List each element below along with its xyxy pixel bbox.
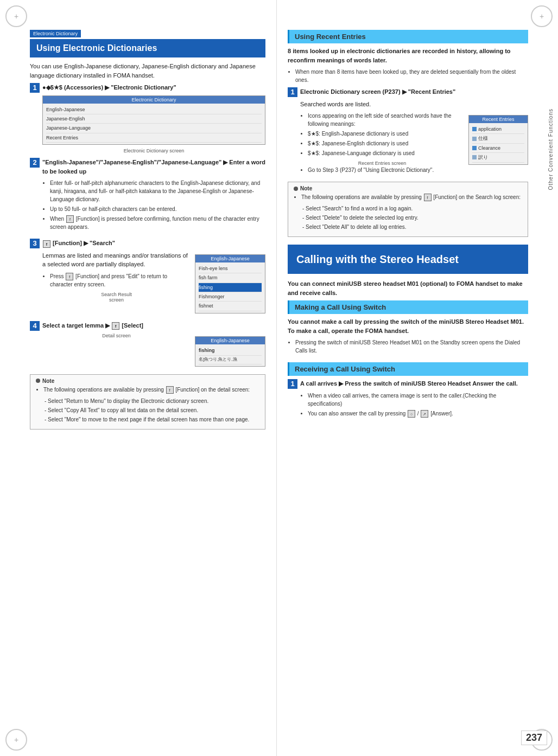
- recent-entries-title: Using Recent Entries: [288, 30, 528, 43]
- recent-note-bullets: The following operations are available b…: [294, 193, 522, 201]
- bullet-item: When f [Function] is pressed before conf…: [50, 215, 265, 231]
- recent-screenshot-header: Recent Entries: [469, 116, 528, 123]
- recent-note-dashes: Select "Search" to find a word in a log …: [294, 204, 522, 231]
- dash-item: Select "More" to move to the next page i…: [45, 415, 259, 424]
- detail-screenshot: English-Japanese fishing 名]魚つり,魚とり,漁: [195, 336, 265, 366]
- recent-entries-section: Using Recent Entries 8 items looked up i…: [288, 30, 528, 237]
- bullet-item: Go to Step 3 (P237) of "Using Electronic…: [308, 166, 528, 174]
- screenshot-header-3: English-Japanese: [195, 255, 265, 262]
- step-2-bullets: Enter full- or half-pitch alphanumeric c…: [42, 179, 265, 231]
- recent-step-1: 1 Electronic Dictionary screen (P237) ▶ …: [288, 87, 528, 177]
- page-number: 237: [521, 731, 547, 745]
- screenshot-header-1: Electronic Dictionary: [43, 96, 265, 104]
- receiving-step-1-content: A call arrives ▶ Press the switch of min…: [300, 379, 528, 421]
- intro-text: You can use English-Japanese dictionary,…: [30, 62, 265, 80]
- recent-step-1-desc: Searched words are listed.: [300, 100, 528, 109]
- note-bullet: The following operations are available b…: [301, 193, 522, 201]
- receiving-step-1: 1 A call arrives ▶ Press the switch of m…: [288, 379, 528, 421]
- screenshot-line: Japanese-English: [46, 114, 262, 124]
- screenshot-body-1: English-Japanese Japanese-English Japane…: [43, 104, 265, 145]
- screenshot-line: Recent Entries: [46, 133, 262, 143]
- step-3-content: f [Function] ▶ "Search" English-Japanese…: [42, 239, 265, 316]
- making-call-section: Making a Call Using Switch You cannot ma…: [288, 300, 528, 355]
- answer-icon-2: ↗: [421, 410, 428, 418]
- screenshot-body-3: Fish-eye lens fish farm fishing Fishmong…: [195, 262, 265, 313]
- note-box-left: Note The following operations are availa…: [30, 374, 265, 430]
- step-4-text: Select a target lemma ▶ f [Select]: [42, 321, 265, 330]
- right-column: Other Convenient Functions Using Recent …: [277, 0, 558, 756]
- bullet-item: When more than 8 items have been looked …: [295, 68, 528, 84]
- recent-extra-note: Go to Step 3 (P237) of "Using Electronic…: [300, 166, 528, 174]
- screenshot-line: Fish-eye lens: [199, 264, 262, 273]
- bullet-item: Pressing the switch of miniUSB Stereo He…: [295, 338, 528, 355]
- making-call-bullets: Pressing the switch of miniUSB Stereo He…: [288, 338, 528, 355]
- step-number-4: 4: [30, 321, 40, 331]
- note-bullet: The following operations are available b…: [43, 386, 259, 394]
- recent-entries-intro: 8 items looked up in electronic dictiona…: [288, 47, 528, 65]
- step-1-text: ●◆$★$ (Accessories) ▶ "Electronic Dictio…: [42, 83, 265, 92]
- function-icon-3: f: [66, 273, 73, 280]
- step-4: 4 Select a target lemma ▶ f [Select] Eng…: [30, 321, 265, 370]
- side-label: Other Convenient Functions: [548, 108, 554, 190]
- bullet-item: Enter full- or half-pitch alphanumeric c…: [50, 179, 265, 203]
- recent-entries-screenshot: Recent Entries application 仕様 Clearance …: [468, 115, 528, 165]
- recent-screenshot-body: application 仕様 Clearance 訳り: [469, 123, 528, 164]
- screenshot-line: Fishmonger: [199, 292, 262, 302]
- screenshot-line: application: [472, 125, 524, 134]
- page-container: Electronic Dictionary Using Electronic D…: [0, 0, 558, 756]
- step-4-content: Select a target lemma ▶ f [Select] Engli…: [42, 321, 265, 370]
- step-1-content: ●◆$★$ (Accessories) ▶ "Electronic Dictio…: [42, 83, 265, 153]
- dash-item: Select "Delete All" to delete all log en…: [302, 223, 522, 231]
- recent-step-1-content: Electronic Dictionary screen (P237) ▶ "R…: [300, 87, 528, 177]
- func-icon: f: [424, 194, 432, 201]
- screenshot-line: Japanese-Language: [46, 124, 262, 133]
- recent-entries-bullets: When more than 8 items have been looked …: [288, 68, 528, 84]
- note-box-recent: Note The following operations are availa…: [288, 182, 528, 237]
- receiving-step-1-text: A call arrives ▶ Press the switch of min…: [300, 379, 528, 388]
- note-title-left: Note: [36, 378, 259, 384]
- recent-step-number-1: 1: [288, 87, 297, 97]
- screenshot-line: Clearance: [472, 144, 524, 153]
- step-2-text: "English-Japanese"/"Japanese-English"/"J…: [42, 158, 265, 176]
- receiving-call-header: Receiving a Call Using Switch: [288, 362, 528, 376]
- screenshot-line: English-Japanese: [46, 105, 262, 114]
- note-bullets: The following operations are available b…: [36, 386, 259, 394]
- screenshot-line: fish farm: [199, 273, 262, 283]
- step-number-3: 3: [30, 239, 40, 248]
- section-title: Using Electronic Dictionaries: [30, 39, 265, 57]
- bullet-item: You can also answer the call by pressing…: [308, 409, 528, 418]
- bullet-item: When a video call arrives, the camera im…: [308, 392, 528, 408]
- func-icon: f: [166, 386, 174, 394]
- screenshot-caption-1: Electronic Dictionary screen: [42, 148, 265, 153]
- step-2: 2 "English-Japanese"/"Japanese-English"/…: [30, 158, 265, 234]
- dash-item: Select "Return to Menu" to display the E…: [45, 397, 259, 405]
- receiving-call-section: Receiving a Call Using Switch 1 A call a…: [288, 362, 528, 421]
- dash-item: Select "Search" to find a word in a log …: [302, 204, 522, 213]
- step-3: 3 f [Function] ▶ "Search" English-Japane…: [30, 239, 265, 316]
- left-column: Electronic Dictionary Using Electronic D…: [0, 0, 277, 756]
- function-icon-2: f: [43, 240, 50, 248]
- screenshot-body-4: fishing 名]魚つり,魚とり,漁: [195, 344, 265, 366]
- stereo-headset-title: Calling with the Stereo Headset: [288, 245, 528, 274]
- step-2-content: "English-Japanese"/"Japanese-English"/"J…: [42, 158, 265, 234]
- making-call-intro: You cannot make a call by pressing the s…: [288, 317, 528, 335]
- section-label: Electronic Dictionary: [30, 30, 265, 39]
- dash-item: Select "Copy All Text" to copy all text …: [45, 406, 259, 414]
- screenshot-line: fishnet: [199, 302, 262, 311]
- stereo-headset-section: Calling with the Stereo Headset You can …: [288, 245, 528, 421]
- receiving-step-1-bullets: When a video call arrives, the camera im…: [300, 392, 528, 418]
- making-call-header: Making a Call Using Switch: [288, 300, 528, 314]
- screenshot-line: 名]魚つり,魚とり,漁: [199, 356, 262, 364]
- screenshot-line: 訳り: [472, 153, 524, 162]
- search-result-screenshot: English-Japanese Fish-eye lens fish farm…: [195, 254, 265, 313]
- select-icon: f: [112, 322, 119, 330]
- receiving-step-number-1: 1: [288, 379, 297, 389]
- step-number-1: 1: [30, 83, 40, 93]
- recent-step-1-text: Electronic Dictionary screen (P237) ▶ "R…: [300, 87, 528, 97]
- stereo-headset-intro: You can connect miniUSB stereo headset M…: [288, 279, 528, 297]
- answer-icon: ○: [408, 410, 415, 418]
- dash-item: Select "Delete" to delete the selected l…: [302, 214, 522, 222]
- step-number-2: 2: [30, 158, 40, 168]
- step-1: 1 ●◆$★$ (Accessories) ▶ "Electronic Dict…: [30, 83, 265, 153]
- note-dashes: Select "Return to Menu" to display the E…: [36, 397, 259, 424]
